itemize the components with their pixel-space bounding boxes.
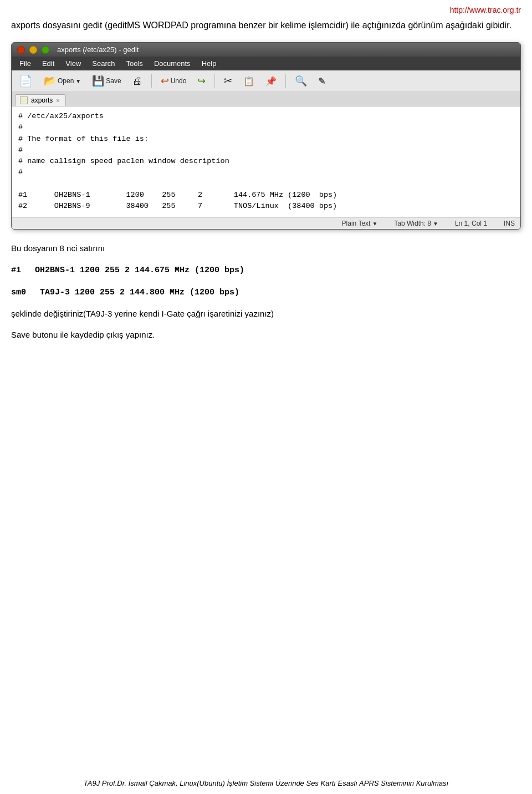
body-line1: Bu dosyanın 8 nci satırını: [11, 242, 521, 255]
footer: TA9J Prof.Dr. İsmail Çakmak, Linux(Ubunt…: [0, 779, 532, 787]
window-min-btn[interactable]: [29, 46, 37, 54]
statusbar-plain-text-label: Plain Text: [342, 220, 371, 227]
statusbar-ins-label: INS: [504, 220, 515, 227]
menu-view[interactable]: View: [60, 58, 86, 69]
gedit-window: axports (/etc/ax25) - gedit File Edit Vi…: [11, 42, 521, 230]
window-max-btn[interactable]: [42, 46, 49, 54]
body-line4: şeklinde değiştiriniz(TA9J-3 yerine kend…: [11, 307, 521, 320]
body-line2: #1 OH2BNS-1 1200 255 2 144.675 MHz (1200…: [11, 263, 521, 277]
gedit-statusbar: Plain Text ▼ Tab Width: 8 ▼ Ln 1, Col 1 …: [12, 217, 520, 229]
toolbar-replace-btn[interactable]: ✎: [314, 74, 329, 88]
body-line2-value: OH2BNS-1 1200 255 2 144.675 MHz (1200 bp…: [35, 266, 244, 275]
tab-name: axports: [31, 96, 53, 104]
gedit-menubar: File Edit View Search Tools Documents He…: [12, 57, 520, 70]
code-line-5: # name callsign speed paclen window desc…: [18, 156, 514, 167]
toolbar-copy-btn[interactable]: 📋: [239, 74, 258, 88]
top-url: http://www.trac.org.tr: [11, 6, 521, 14]
gedit-editor[interactable]: # /etc/ax25/axports # # The format of th…: [12, 106, 520, 217]
menu-help[interactable]: Help: [196, 58, 222, 69]
gedit-window-title: axports (/etc/ax25) - gedit: [57, 45, 139, 54]
toolbar-save-btn[interactable]: 💾 Save: [88, 73, 125, 89]
tab-file-icon: [20, 96, 28, 104]
menu-file[interactable]: File: [14, 58, 37, 69]
toolbar-separator-3: [285, 74, 286, 88]
gedit-tabs: axports ×: [12, 92, 520, 106]
toolbar-open-label: Open: [58, 77, 74, 85]
code-line-4: #: [18, 145, 514, 156]
body-line5: Save butonu ile kaydedip çıkış yapınız.: [11, 328, 521, 342]
code-line-7: [18, 179, 514, 190]
code-line-2: #: [18, 122, 514, 133]
body-line3-value: TA9J-3 1200 255 2 144.800 MHz (1200 bps): [40, 288, 239, 297]
toolbar-cut-btn[interactable]: ✂: [220, 73, 236, 89]
code-line-1: # /etc/ax25/axports: [18, 111, 514, 122]
toolbar-undo-label: Undo: [171, 77, 187, 85]
statusbar-tab-width-label: Tab Width: 8: [394, 220, 431, 227]
body-line3: sm0 TA9J-3 1200 255 2 144.800 MHz (1200 …: [11, 285, 521, 299]
code-line-3: # The format of this file is:: [18, 134, 514, 145]
intro-paragraph: axports dosyasını gedit (geditMS WORDPAD…: [11, 19, 521, 32]
gedit-titlebar: axports (/etc/ax25) - gedit: [12, 43, 520, 57]
body-line2-label: #1: [11, 266, 21, 275]
code-line-6: #: [18, 167, 514, 178]
toolbar-paste-btn[interactable]: 📌: [262, 74, 280, 88]
statusbar-tab-width-arrow: ▼: [433, 221, 438, 227]
toolbar-redo-btn[interactable]: ↪: [193, 73, 209, 89]
toolbar-search-btn[interactable]: 🔍: [291, 73, 311, 89]
tab-close-btn[interactable]: ×: [56, 97, 59, 104]
toolbar-separator-1: [151, 74, 152, 88]
code-line-8: #1 OH2BNS-1 1200 255 2 144.675 MHz (1200…: [18, 190, 514, 201]
toolbar-separator-2: [214, 74, 215, 88]
menu-documents[interactable]: Documents: [149, 58, 196, 69]
toolbar-new-btn[interactable]: 📄: [15, 73, 37, 89]
statusbar-ins: INS: [504, 220, 515, 227]
statusbar-ln-col-label: Ln 1, Col 1: [455, 220, 487, 227]
body-line3-prefix: sm0: [11, 288, 26, 297]
code-line-9: #2 OH2BNS-9 38400 255 7 TNOS/Linux (3840…: [18, 201, 514, 212]
toolbar-open-btn[interactable]: 📂 Open ▼: [40, 73, 85, 89]
gedit-tab-axports[interactable]: axports ×: [15, 94, 66, 106]
gedit-toolbar: 📄 📂 Open ▼ 💾 Save 🖨 ↩ Undo ↪ ✂: [12, 70, 520, 92]
statusbar-plain-text-arrow: ▼: [372, 221, 377, 227]
menu-edit[interactable]: Edit: [37, 58, 60, 69]
toolbar-print-btn[interactable]: 🖨: [129, 74, 146, 89]
menu-tools[interactable]: Tools: [121, 58, 149, 69]
toolbar-undo-btn[interactable]: ↩ Undo: [157, 73, 191, 89]
statusbar-plain-text[interactable]: Plain Text ▼: [342, 220, 378, 227]
window-close-btn[interactable]: [17, 46, 25, 54]
footer-text: TA9J Prof.Dr. İsmail Çakmak, Linux(Ubunt…: [84, 779, 448, 787]
statusbar-tab-width[interactable]: Tab Width: 8 ▼: [394, 220, 438, 227]
statusbar-ln-col: Ln 1, Col 1: [455, 220, 487, 227]
toolbar-save-label: Save: [106, 77, 121, 85]
menu-search[interactable]: Search: [86, 58, 120, 69]
